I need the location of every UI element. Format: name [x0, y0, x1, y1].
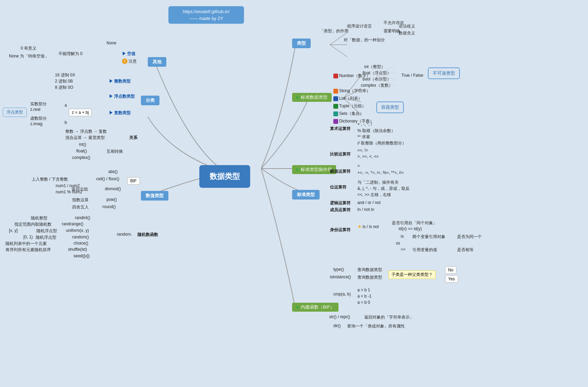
zhengshuleixing-node: ▶ 整数类型: [109, 78, 131, 84]
suijizhengshu-node: 随机整型: [31, 215, 47, 221]
sets-icon: [333, 111, 338, 116]
str-repr-node: str() / repr(): [329, 314, 350, 319]
a-label: a: [65, 103, 67, 108]
random-dot-node: random.: [117, 232, 132, 237]
random-func-node: random(): [72, 235, 89, 239]
no-label-node: No: [445, 266, 456, 274]
kongzhi-node: ▶ 空值: [122, 51, 135, 57]
is-label-node: is: [401, 234, 404, 239]
float-type-node: float（浮点型）: [363, 70, 391, 76]
url-box: https://woaielf.github.io/ —— made by ZY: [168, 6, 244, 24]
ceil-floor-node: ceil() / floor(): [96, 176, 119, 181]
hex-node: 16 进制 0X: [55, 72, 75, 78]
qita-branch: 其他: [148, 57, 166, 67]
augmented-node: +=, -=, *=, /=, %=, **=, //=: [357, 170, 404, 175]
xuyao-node: 需要明确: [384, 28, 400, 34]
floor-div-node: // 取整除（商的整数部分）: [357, 140, 406, 146]
chengxu-yuyan: 程序设计语言: [347, 23, 372, 29]
tuple-icon: [333, 104, 338, 109]
dui-shuju-node: 对「数据」的一种划分: [344, 37, 385, 43]
leixing-zuoyong: 「类型」的作用: [320, 28, 348, 34]
is-is-not-node: ★is / is not: [357, 224, 379, 229]
query-attr-node: 查询一个「类或对象」所有属性: [347, 323, 405, 329]
biaozhun-caozuo-branch: ▶标准类型操作符: [292, 165, 336, 174]
divmod-node: divmod(): [105, 186, 121, 191]
shuffle-node: shuffle(lst): [68, 247, 87, 252]
erjinzhi-node: 与「二进制」操作有关: [357, 180, 399, 185]
suanshu-node: 算术运算符: [330, 126, 351, 132]
eq-neq-node: ==, !=: [357, 148, 368, 153]
chengyuan-node: 成员运算符: [330, 207, 351, 213]
in-not-in-node: in / not in: [357, 207, 374, 212]
formula-node: z = a + bj: [69, 109, 92, 116]
oct-node: 8 进制 0O: [55, 85, 73, 90]
id-eq-node: id(x) == id(y): [399, 226, 422, 231]
shifou-eq-node: 是否相等: [457, 247, 474, 253]
modulo-node: % 取模（除法余数）: [357, 128, 395, 134]
sets-node: Sets（集合）: [333, 111, 364, 117]
dir-func-node: dir(): [333, 323, 341, 328]
string-node: String（字符串）: [333, 88, 370, 94]
wei-yun-node: 位运算符: [330, 184, 346, 190]
bijiao-node: 比较运算符: [330, 151, 351, 157]
shuju-hanyi-node: 数据含义: [399, 30, 415, 36]
zhidingfanwei-node: 指定范围内取随机数: [14, 222, 52, 227]
abs-node: abs(): [108, 169, 118, 174]
dict-icon: [333, 119, 338, 124]
suijifudian2-node: 随机浮点型: [36, 235, 56, 240]
is-ref-node: 是否引用自「同个对象」: [392, 220, 437, 226]
yufa-eryi-node: 语法歧义: [399, 23, 415, 29]
shishu-node: 实数部分: [30, 101, 47, 107]
zreal-node: z.real: [30, 107, 40, 112]
cmp-func-node: cmp(a, b): [333, 292, 351, 297]
gt-etc-node: >, >=, <, <=: [357, 154, 379, 159]
number-icon: [333, 74, 338, 78]
pow-node: pow(): [107, 197, 117, 202]
ref-val-node: 引用变量的值: [412, 247, 437, 253]
fudianleixing-node: ▶ 浮点数类型: [109, 94, 135, 99]
kongzhi-note3: 不能理解为 0: [58, 51, 82, 57]
complex-func-node: complex(): [72, 155, 90, 160]
zhuyi-node: !注意: [122, 58, 137, 64]
zimag-node: z.imag: [30, 121, 42, 126]
hunhe-node: 混合运算 → 最宽类型: [65, 135, 105, 141]
kongzhi-note1: 0 有意义: [21, 45, 36, 51]
mind-map: https://woaielf.github.io/ —— made by ZY…: [0, 0, 588, 387]
float-type-left: 浮点类型: [3, 108, 27, 117]
shuzhi-branch: 数值类型: [141, 191, 168, 201]
int-type-node: int（整型）: [364, 64, 385, 70]
list-node: List（列表）: [333, 96, 362, 101]
fuzhi-node: 赋值运算符: [330, 169, 351, 174]
uniform-node: uniform(x, y): [66, 228, 89, 233]
shenfen-node: 身份运算符: [330, 227, 351, 233]
huxiang-node: 互相转换: [107, 149, 123, 154]
shifou-same-node: 是否为同一个: [457, 234, 482, 240]
sishe-node: 四舍五入: [72, 204, 89, 210]
url-line2: —— made by ZY: [189, 16, 223, 21]
float-func-node: float(): [76, 149, 87, 153]
eq-sign-node: =: [357, 163, 360, 168]
arrow-green-icon: ▶: [296, 94, 300, 100]
xushu-node: 虚数部分: [30, 116, 47, 121]
power-node: ** 求幂: [357, 134, 370, 140]
zhishu-node: 指数运算: [72, 197, 89, 203]
biaozhun-shuju-branch: ▶标准数据类型: [292, 93, 332, 102]
kongzhi-note2: None 为「特殊空值」: [9, 53, 49, 59]
svg-line-2: [330, 45, 347, 57]
arrow-green3-icon: ▶: [296, 304, 300, 310]
shang-xia-node: 上入整数 / 下含整数: [32, 176, 68, 182]
liang-ref-node: 两个变量引用对象: [412, 234, 445, 240]
bukeduleixing-node: 不可读类型: [428, 67, 460, 79]
round-node: round(): [102, 204, 116, 209]
tuple-node: Tuple（元组）: [333, 103, 366, 109]
vs-label-node: vs: [396, 241, 400, 246]
suijiyuansu-node: 随机列表中的一个元素: [5, 241, 47, 247]
url-line1: https://woaielf.github.io/: [183, 9, 230, 14]
bool-type-node: bool（布尔型）: [363, 76, 391, 82]
bin-node: 2 进制 0B: [55, 78, 73, 84]
fuzaoleixing-node: ▶ 复数类型: [109, 110, 131, 116]
eq-label-node: ==: [401, 247, 406, 252]
bif-label: BIF: [127, 177, 140, 185]
zhengsu-to-node: 整数 → 浮点数 → 复数: [65, 129, 107, 135]
svg-line-3: [344, 76, 361, 98]
